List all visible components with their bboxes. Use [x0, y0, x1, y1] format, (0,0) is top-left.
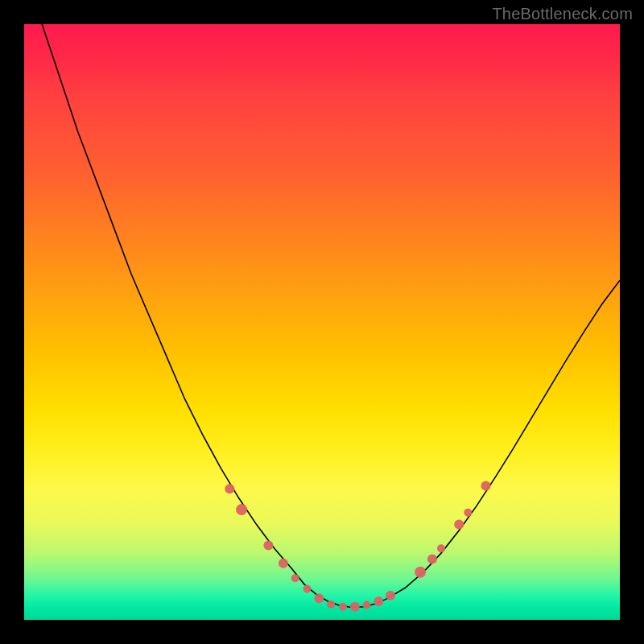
highlight-point: [314, 593, 324, 603]
highlight-point: [374, 597, 383, 606]
highlight-points: [225, 481, 490, 612]
highlight-point: [427, 555, 437, 564]
plot-area: [24, 24, 620, 620]
highlight-point: [464, 509, 472, 517]
highlight-point: [291, 574, 299, 582]
highlight-point: [263, 541, 273, 551]
highlight-point: [350, 602, 360, 612]
highlight-point: [339, 603, 347, 611]
highlight-point: [327, 601, 335, 609]
watermark-text: TheBottleneck.com: [492, 5, 633, 23]
highlight-point: [386, 591, 395, 601]
highlight-point: [481, 481, 491, 491]
highlight-point: [363, 601, 371, 609]
highlight-point: [225, 484, 234, 493]
highlight-point: [303, 585, 312, 593]
chart-svg: [24, 24, 620, 620]
highlight-point: [415, 567, 426, 578]
highlight-point: [279, 559, 288, 568]
bottleneck-curve-path: [24, 24, 620, 607]
highlight-point: [454, 520, 464, 530]
highlight-point: [236, 504, 247, 515]
highlight-point: [437, 544, 445, 552]
